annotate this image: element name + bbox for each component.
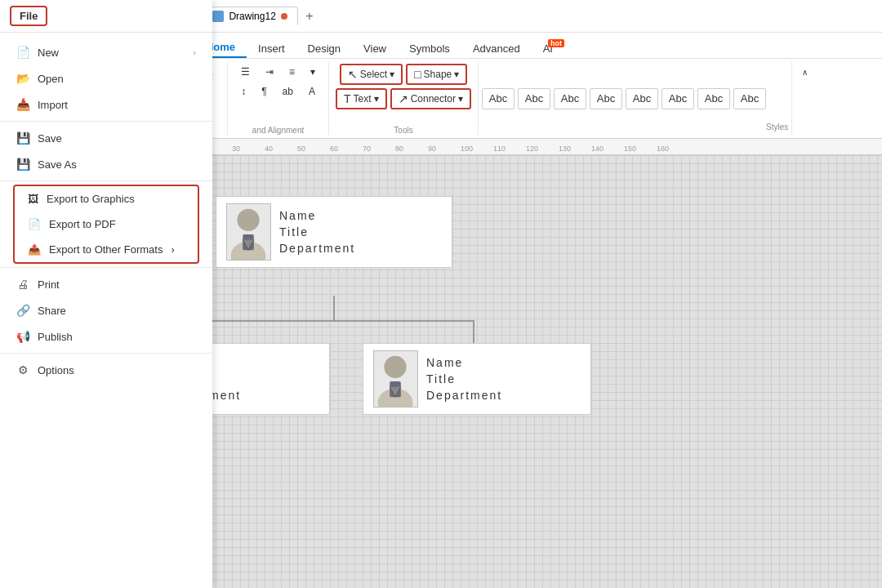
collapse-icon[interactable]: ∧ xyxy=(795,65,814,79)
connector-h-main xyxy=(195,320,473,322)
style-box-2[interactable]: Abc xyxy=(518,88,550,109)
save-icon: 💾 xyxy=(16,131,29,145)
save-label: Save xyxy=(38,132,62,145)
print-icon: 🖨 xyxy=(16,278,29,291)
ribbon-collapse[interactable]: ∧ xyxy=(792,62,817,135)
styles-group: Abc Abc Abc Abc Abc Abc Abc Abc Styles xyxy=(479,62,792,135)
line-spacing-button[interactable]: ↕ xyxy=(234,83,252,100)
menu-item-share[interactable]: 🔗 Share xyxy=(0,297,212,323)
ruler-mark-12: 100 xyxy=(461,145,473,153)
style-box-8[interactable]: Abc xyxy=(733,88,766,109)
right-avatar xyxy=(373,350,418,408)
style-box-7[interactable]: Abc xyxy=(697,88,730,109)
menu-item-import[interactable]: 📥 Import xyxy=(0,91,212,118)
align-left-button[interactable]: ≡ xyxy=(283,64,301,80)
menu-item-save[interactable]: 💾 Save xyxy=(0,125,212,151)
style-box-6[interactable]: Abc xyxy=(662,88,694,109)
export-other-icon: 📤 xyxy=(28,243,41,256)
unsaved-dot xyxy=(281,13,287,20)
open-icon: 📂 xyxy=(16,72,29,85)
options-label: Options xyxy=(38,364,74,376)
right-org-card[interactable]: Name Title Department xyxy=(363,343,591,415)
list-button[interactable]: ☰ xyxy=(234,64,256,80)
tab-insert[interactable]: Insert xyxy=(247,39,296,58)
tab-view[interactable]: View xyxy=(352,39,398,58)
right-dept: Department xyxy=(426,389,508,402)
share-icon: 🔗 xyxy=(16,304,29,317)
export-other-label: Export to Other Formats xyxy=(49,243,163,256)
share-label: Share xyxy=(38,305,66,317)
ruler-mark-14: 120 xyxy=(526,145,538,153)
document-tab[interactable]: Drawing12 xyxy=(202,7,297,25)
svg-point-0 xyxy=(237,209,259,231)
ruler-mark-7: 50 xyxy=(297,145,305,153)
export-other-arrow: › xyxy=(171,243,174,256)
export-pdf-label: Export to PDF xyxy=(49,218,116,230)
top-dept: Department xyxy=(279,242,361,255)
right-org-info: Name Title Department xyxy=(426,356,508,402)
ruler-mark-9: 70 xyxy=(363,145,371,153)
tab-icon xyxy=(212,11,224,22)
style-box-3[interactable]: Abc xyxy=(554,88,586,109)
top-org-card[interactable]: Name Title Department xyxy=(216,196,452,268)
new-icon: 📄 xyxy=(16,46,29,59)
tab-ai[interactable]: AI hot xyxy=(532,39,564,58)
export-group: 🖼 Export to Graphics 📄 Export to PDF 📤 E… xyxy=(13,185,199,264)
style-box-4[interactable]: Abc xyxy=(590,88,622,109)
top-org-info: Name Title Department xyxy=(279,209,361,255)
style-box-5[interactable]: Abc xyxy=(626,88,658,109)
menu-item-options[interactable]: ⚙ Options xyxy=(0,357,212,383)
top-name: Name xyxy=(279,209,361,222)
indent-button[interactable]: ⇥ xyxy=(259,64,280,80)
right-avatar-svg xyxy=(373,351,418,407)
right-name: Name xyxy=(426,356,508,369)
file-menu: File 📄 New › 📂 Open 📥 Import 💾 Save 💾 Sa… xyxy=(0,0,212,588)
right-title: Title xyxy=(426,372,508,385)
new-label: New xyxy=(38,47,59,59)
publish-icon: 📢 xyxy=(16,330,29,343)
ruler-mark-18: 160 xyxy=(657,145,669,153)
menu-item-open[interactable]: 📂 Open xyxy=(0,65,212,91)
select-button[interactable]: ↖ Select ▾ xyxy=(340,64,403,85)
export-pdf-icon: 📄 xyxy=(28,218,41,230)
menu-item-new[interactable]: 📄 New › xyxy=(0,39,212,65)
ruler-mark-11: 90 xyxy=(428,145,436,153)
tab-advanced[interactable]: Advanced xyxy=(461,39,532,58)
tools-label: Tools xyxy=(394,124,412,135)
new-tab-button[interactable]: + xyxy=(300,7,319,26)
menu-item-saveas[interactable]: 💾 Save As xyxy=(0,151,212,177)
top-avatar xyxy=(226,203,271,261)
menu-item-print[interactable]: 🖨 Print xyxy=(0,271,212,297)
saveas-label: Save As xyxy=(38,158,77,171)
ruler-mark-5: 30 xyxy=(232,145,240,153)
text-button[interactable]: T Text ▾ xyxy=(336,88,387,109)
text-color2-button[interactable]: A xyxy=(302,83,322,100)
svg-point-6 xyxy=(384,356,406,378)
paragraph-button[interactable]: ¶ xyxy=(255,83,273,100)
connector-v-right xyxy=(473,320,474,345)
tools-group: ↖ Select ▾ □ Shape ▾ T Text ▾ ↗ xyxy=(329,62,479,135)
options-icon: ⚙ xyxy=(16,363,29,376)
tab-symbols[interactable]: Symbols xyxy=(398,39,461,58)
shape-label: Shape xyxy=(424,69,452,80)
top-title: Title xyxy=(279,225,361,238)
select-label: Select xyxy=(360,69,387,80)
menu-item-export-graphics[interactable]: 🖼 Export to Graphics xyxy=(15,186,198,212)
bg-color-button[interactable]: ab xyxy=(276,83,300,100)
tab-label: Drawing12 xyxy=(229,11,275,22)
menu-item-export-other[interactable]: 📤 Export to Other Formats › xyxy=(15,237,198,262)
shape-button[interactable]: □ Shape ▾ xyxy=(406,64,467,85)
open-label: Open xyxy=(38,73,64,85)
align-expand-button[interactable]: ▾ xyxy=(304,64,322,80)
text-label: Text xyxy=(354,93,372,105)
publish-label: Publish xyxy=(38,331,73,343)
menu-item-publish[interactable]: 📢 Publish xyxy=(0,323,212,350)
export-graphics-label: Export to Graphics xyxy=(47,193,135,205)
menu-item-export-pdf[interactable]: 📄 Export to PDF xyxy=(15,212,198,237)
file-menu-items: 📄 New › 📂 Open 📥 Import 💾 Save 💾 Save As… xyxy=(0,33,212,588)
tab-design[interactable]: Design xyxy=(296,39,352,58)
styles-label: Styles xyxy=(766,121,788,131)
style-box-1[interactable]: Abc xyxy=(482,88,514,109)
connector-button[interactable]: ↗ Connector ▾ xyxy=(390,88,471,109)
file-button[interactable]: File xyxy=(10,6,47,26)
